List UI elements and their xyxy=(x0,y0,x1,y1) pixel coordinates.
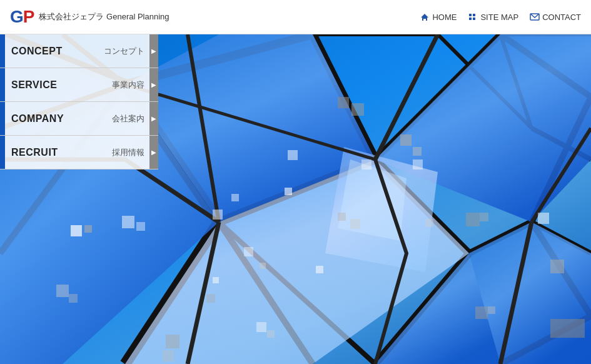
envelope-icon xyxy=(530,13,540,21)
concept-ja-label: コンセプト xyxy=(104,34,149,68)
logo-area: GP 株式会社ジェプラ General Planning xyxy=(10,7,169,27)
svg-rect-4 xyxy=(473,18,475,20)
sitemap-icon xyxy=(468,13,478,21)
service-arrow: ▶ xyxy=(149,68,158,101)
svg-marker-0 xyxy=(421,14,428,21)
company-accent xyxy=(0,102,5,135)
company-en-label: COMPANY xyxy=(5,102,112,135)
main-area: CONCEPT コンセプト ▶ SERVICE 事業内容 ▶ COMPANY 会… xyxy=(0,34,591,364)
svg-rect-1 xyxy=(469,14,472,16)
recruit-ja-label: 採用情報 xyxy=(112,136,149,169)
company-arrow: ▶ xyxy=(149,102,158,135)
company-ja-label: 会社案内 xyxy=(112,102,149,135)
sidebar-item-service[interactable]: SERVICE 事業内容 ▶ xyxy=(0,68,158,102)
nav-links: HOME SITE MAP CONTACT xyxy=(420,13,581,22)
logo-gp: GP xyxy=(10,7,34,27)
concept-en-label: CONCEPT xyxy=(5,34,104,68)
recruit-arrow: ▶ xyxy=(149,136,158,169)
nav-home[interactable]: HOME xyxy=(420,13,457,22)
service-en-label: SERVICE xyxy=(5,68,112,101)
nav-sitemap-label: SITE MAP xyxy=(480,13,518,22)
sidebar-item-company[interactable]: COMPANY 会社案内 ▶ xyxy=(0,102,158,136)
sidebar-item-concept[interactable]: CONCEPT コンセプト ▶ xyxy=(0,34,158,68)
nav-contact-label: CONTACT xyxy=(542,13,581,22)
concept-arrow: ▶ xyxy=(149,34,158,68)
svg-rect-3 xyxy=(469,18,472,20)
concept-accent xyxy=(0,34,5,68)
sidebar-item-recruit[interactable]: RECRUIT 採用情報 ▶ xyxy=(0,136,158,169)
nav-home-label: HOME xyxy=(432,13,457,22)
home-icon xyxy=(420,13,430,21)
svg-rect-2 xyxy=(473,14,475,16)
recruit-en-label: RECRUIT xyxy=(5,136,112,169)
service-accent xyxy=(0,68,5,101)
nav-sitemap[interactable]: SITE MAP xyxy=(468,13,518,22)
recruit-accent xyxy=(0,136,5,169)
nav-contact[interactable]: CONTACT xyxy=(530,13,581,22)
service-ja-label: 事業内容 xyxy=(112,68,149,101)
logo-company-text: 株式会社ジェプラ General Planning xyxy=(39,11,169,23)
sidebar-nav: CONCEPT コンセプト ▶ SERVICE 事業内容 ▶ COMPANY 会… xyxy=(0,34,158,169)
header: GP 株式会社ジェプラ General Planning HOME SITE xyxy=(0,0,591,34)
